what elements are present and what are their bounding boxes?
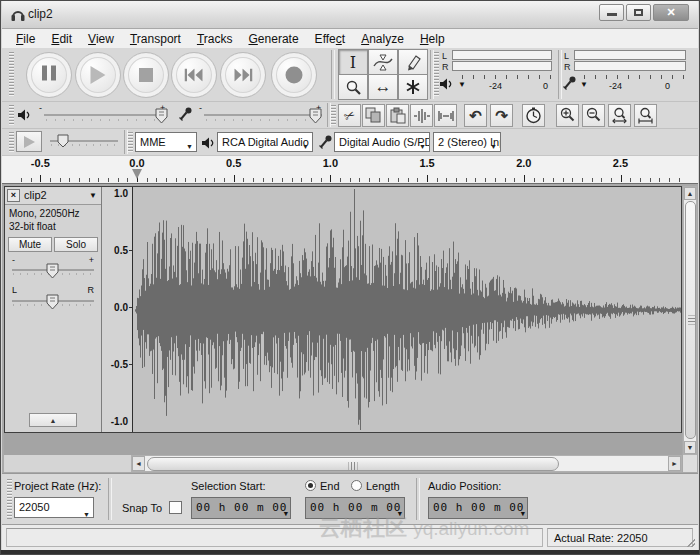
audio-position-label: Audio Position: (428, 480, 501, 492)
selection-toolbar-grip[interactable] (7, 479, 12, 519)
title-bar[interactable]: clip2 ✕ (2, 1, 698, 29)
project-rate-combo[interactable]: 22050▼ (14, 497, 94, 518)
chevron-down-icon: ▼ (490, 138, 497, 152)
input-channels-combo[interactable]: 2 (Stereo) Inp▼ (433, 132, 501, 152)
play-button[interactable] (75, 52, 121, 98)
undo-button[interactable]: ↶ (464, 104, 487, 127)
multi-tool-button[interactable] (398, 74, 428, 100)
menu-analyze[interactable]: Analyze (353, 30, 412, 46)
playback-meter-left-bar[interactable] (452, 50, 552, 60)
recording-meter-left-bar[interactable] (574, 50, 686, 60)
menu-effect[interactable]: Effect (307, 30, 354, 46)
redo-button[interactable]: ↷ (490, 104, 513, 127)
scroll-up-button[interactable]: ▲ (684, 187, 696, 200)
scroll-down-button[interactable]: ▼ (684, 441, 696, 454)
horizontal-scroll-thumb[interactable] (147, 457, 559, 471)
vertical-ruler[interactable]: 1.0 0.5 0.0 -0.5 -1.0 (102, 187, 132, 432)
device-toolbar-grip[interactable] (128, 132, 133, 152)
track-menu-dropdown[interactable]: ▼ (89, 191, 97, 200)
output-device-combo[interactable]: RCA Digital Audio (S/PD▼ (217, 132, 313, 152)
minimize-button[interactable] (599, 4, 624, 21)
zoom-tool-icon (345, 79, 362, 96)
resize-grip[interactable] (687, 539, 695, 547)
time-shift-tool-button[interactable]: ↔ (368, 74, 398, 100)
zoom-in-button[interactable] (556, 104, 579, 127)
input-device-icon (318, 135, 332, 149)
input-device-value: Digital Audio (S/PDIF) (H (339, 136, 430, 148)
recording-meter-right-bar[interactable] (574, 61, 686, 71)
menu-view[interactable]: View (80, 30, 122, 46)
meter-toolbar-grip[interactable] (434, 52, 439, 97)
maximize-button[interactable] (626, 4, 651, 21)
vertical-scroll-thumb[interactable] (685, 201, 696, 439)
skip-to-start-icon (185, 69, 204, 82)
record-button[interactable] (271, 52, 317, 98)
menu-generate[interactable]: Generate (240, 30, 306, 46)
gain-slider[interactable] (10, 263, 96, 281)
scrollbar-left-filler (4, 455, 131, 472)
waveform-area[interactable] (132, 187, 681, 432)
pan-slider[interactable] (10, 294, 96, 312)
end-radio[interactable] (305, 480, 316, 491)
cut-button[interactable]: ✂ (338, 104, 361, 127)
selection-start-field[interactable]: 00 h 00 m 00 s▼ (191, 497, 291, 519)
playback-meter-right-bar[interactable] (452, 61, 552, 71)
menu-help[interactable]: Help (412, 30, 453, 46)
edit-toolbar-grip[interactable] (331, 105, 336, 125)
input-volume-slider[interactable] (202, 107, 324, 125)
vertical-scrollbar[interactable]: ▲ ▼ (683, 186, 697, 455)
scroll-right-button[interactable]: ► (668, 456, 681, 471)
skip-to-start-button[interactable] (171, 52, 217, 98)
draw-tool-button[interactable] (398, 49, 428, 75)
menu-transport[interactable]: Transport (122, 30, 189, 46)
fit-project-icon (637, 107, 654, 124)
paste-button[interactable] (386, 104, 409, 127)
audio-position-field[interactable]: 00 h 00 m 00 s▼ (428, 497, 528, 519)
track-collapse-button[interactable]: ▲ (29, 413, 77, 427)
trim-audio-button[interactable] (410, 104, 433, 127)
selection-end-field[interactable]: 00 h 00 m 00 s▼ (305, 497, 405, 519)
play-at-speed-button[interactable] (16, 131, 42, 152)
audio-host-combo[interactable]: MME▼ (135, 132, 197, 152)
copy-button[interactable] (362, 104, 385, 127)
scroll-left-button[interactable]: ◄ (132, 456, 145, 471)
toolbar-separator (331, 50, 335, 99)
pause-icon (42, 66, 56, 85)
envelope-tool-button[interactable] (368, 49, 398, 75)
timeline-ruler[interactable]: -0.50.00.51.01.52.02.5 (2, 155, 698, 184)
waveform-canvas[interactable] (134, 187, 681, 432)
copy-icon (365, 107, 382, 124)
skip-to-end-button[interactable] (220, 52, 266, 98)
menu-edit[interactable]: Edit (43, 30, 80, 46)
mixer-toolbar-grip[interactable] (9, 105, 14, 125)
zoom-tool-button[interactable] (338, 74, 368, 100)
close-button[interactable]: ✕ (653, 4, 689, 21)
playhead-cursor[interactable] (132, 169, 142, 184)
track-close-button[interactable]: × (7, 189, 20, 202)
transcription-toolbar-grip[interactable] (9, 132, 14, 152)
playback-speed-slider[interactable] (48, 133, 120, 150)
zoom-out-button[interactable] (582, 104, 605, 127)
snap-to-label: Snap To (122, 502, 162, 514)
silence-audio-button[interactable] (434, 104, 457, 127)
solo-button[interactable]: Solo (54, 237, 98, 252)
menu-tracks[interactable]: Tracks (189, 30, 241, 46)
transport-toolbar-grip[interactable] (9, 52, 14, 97)
pause-button[interactable] (26, 52, 72, 98)
selection-end-value: 00 h 00 m 00 s (310, 501, 405, 514)
output-volume-slider[interactable] (42, 107, 168, 125)
stop-button[interactable] (123, 52, 169, 98)
fit-project-button[interactable] (634, 104, 657, 127)
horizontal-scrollbar[interactable]: ◄ ► (131, 455, 682, 472)
input-device-combo[interactable]: Digital Audio (S/PDIF) (H▼ (334, 132, 430, 152)
sync-lock-button[interactable] (522, 104, 545, 127)
snap-to-checkbox[interactable] (169, 501, 182, 514)
playback-meter-dropdown[interactable]: ▼ (458, 80, 466, 89)
mute-button[interactable]: Mute (8, 237, 52, 252)
fit-selection-button[interactable] (608, 104, 631, 127)
length-radio[interactable] (351, 480, 362, 491)
menu-file[interactable]: File (8, 30, 43, 46)
recording-meter-dropdown[interactable]: ▼ (580, 80, 588, 89)
selection-tool-button[interactable]: I (338, 49, 368, 75)
toolbar-row-1: I ↔ L R ▼ -24 0 L (2, 48, 698, 102)
